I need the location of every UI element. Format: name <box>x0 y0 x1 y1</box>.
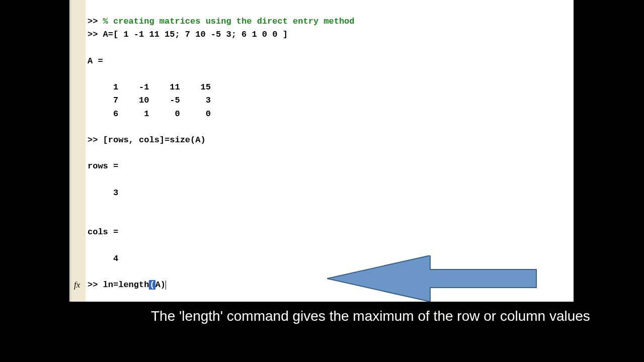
line-defA: >> A=[ 1 -1 11 15; 7 10 -5 3; 6 1 0 0 ] <box>88 30 288 39</box>
line-comment: >> % creating matrices using the direct … <box>88 17 355 26</box>
fx-icon[interactable]: fx <box>74 279 80 292</box>
matrix-row-1: 1 -1 11 15 <box>88 82 211 92</box>
bracket-highlight: ( <box>149 280 155 290</box>
code-area[interactable]: >> % creating matrices using the direct … <box>88 2 570 305</box>
rows-label: rows = <box>88 161 118 171</box>
line-size: >> [rows, cols]=size(A) <box>88 135 206 145</box>
cols-label: cols = <box>88 227 118 237</box>
rows-value: 3 <box>88 188 118 198</box>
matrix-row-3: 6 1 0 0 <box>88 109 211 119</box>
line-Aeq: A = <box>88 56 103 66</box>
gutter <box>71 0 86 302</box>
video-caption: The 'length' command gives the maximum o… <box>0 304 644 325</box>
matrix-row-2: 7 10 -5 3 <box>88 96 211 105</box>
command-window: >> % creating matrices using the direct … <box>69 0 574 302</box>
cols-value: 4 <box>88 254 118 263</box>
text-cursor <box>166 281 166 290</box>
line-length[interactable]: fx>> ln=length(A) <box>88 279 166 292</box>
